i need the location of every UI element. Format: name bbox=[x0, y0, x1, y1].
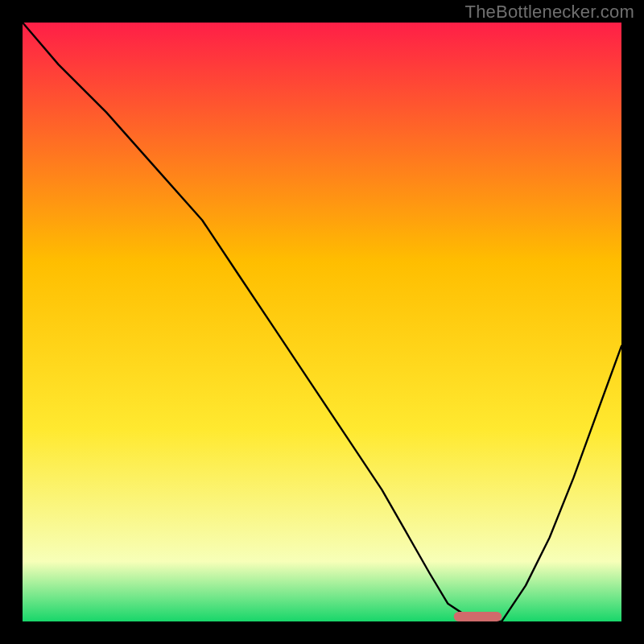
chart-container: TheBottlenecker.com bbox=[0, 0, 644, 644]
plot-area bbox=[23, 23, 621, 621]
gradient-background bbox=[23, 23, 621, 621]
chart-svg bbox=[23, 23, 621, 621]
optimum-marker bbox=[454, 612, 502, 621]
watermark-text: TheBottlenecker.com bbox=[465, 2, 634, 23]
